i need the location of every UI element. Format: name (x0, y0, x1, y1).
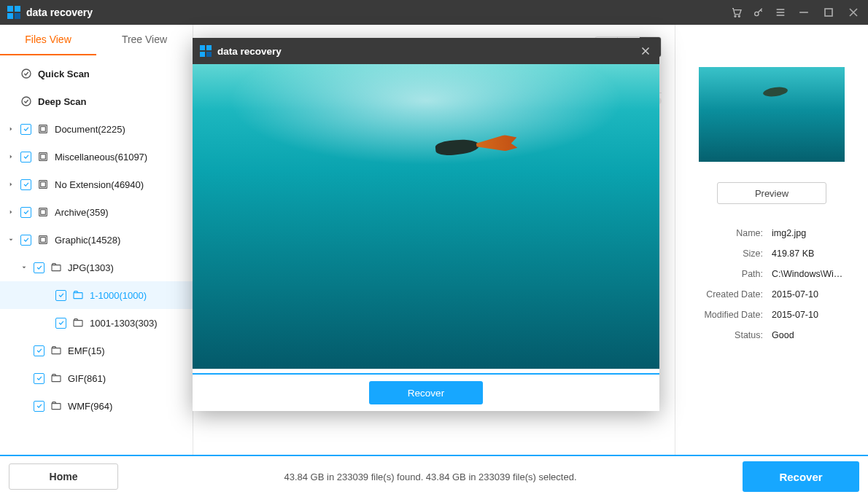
cart-icon[interactable] (731, 7, 743, 18)
home-button[interactable]: Home (9, 463, 118, 490)
sidebar-item-label: No Extension(46940) (55, 179, 144, 190)
checkbox[interactable] (20, 207, 31, 218)
svg-point-1 (738, 15, 740, 17)
svg-rect-15 (41, 238, 46, 243)
checkbox[interactable] (20, 152, 31, 163)
sidebar-item-quick-scan[interactable]: Quick Scan (0, 60, 193, 87)
chevron-right-icon[interactable] (7, 181, 15, 188)
sidebar-item[interactable]: Miscellaneous(61097) (0, 143, 193, 171)
dialog-title: data recovery (217, 46, 639, 57)
sidebar-item-label: Miscellaneous(61097) (55, 152, 147, 163)
check-circle-icon (20, 95, 32, 107)
status-text: 43.84 GB in 233039 file(s) found. 43.84 … (118, 471, 743, 482)
meta-label-created: Created Date: (696, 289, 763, 300)
sidebar-tree: Quick Scan Deep Scan Document(2225)Misce… (0, 55, 193, 455)
preview-dialog: data recovery Recover (193, 38, 659, 411)
app-logo (200, 45, 212, 57)
checkbox[interactable] (55, 318, 66, 329)
svg-rect-18 (74, 321, 82, 326)
sidebar-item[interactable]: Document(2225) (0, 115, 193, 143)
meta-label-modified: Modified Date: (696, 310, 763, 320)
sidebar-item-label: WMF(964) (68, 401, 112, 412)
close-button[interactable] (846, 5, 861, 20)
svg-rect-3 (825, 9, 832, 16)
sidebar-item-label: Graphic(14528) (55, 235, 120, 246)
key-icon[interactable] (753, 7, 764, 18)
folder-icon (72, 289, 84, 301)
sidebar: Files View Tree View Quick Scan Deep Sca… (0, 25, 193, 455)
svg-rect-11 (41, 182, 46, 187)
dialog-recover-button[interactable]: Recover (369, 381, 483, 404)
chevron-right-icon[interactable] (7, 208, 15, 216)
category-icon (37, 206, 49, 218)
checkbox[interactable] (20, 124, 31, 135)
maximize-button[interactable] (821, 5, 836, 20)
svg-point-0 (735, 15, 736, 17)
checkbox[interactable] (55, 290, 66, 301)
sidebar-item-deep-scan[interactable]: Deep Scan (0, 87, 193, 115)
sidebar-item-label: Deep Scan (38, 96, 86, 107)
meta-value-path: C:\Windows\Wi… (772, 269, 848, 279)
sidebar-item-label: EMF(15) (68, 345, 105, 356)
sidebar-item-label: 1001-1303(303) (90, 318, 158, 329)
app-title: data recovery (26, 7, 93, 18)
window-titlebar: data recovery (0, 0, 868, 25)
sidebar-item-label: JPG(1303) (68, 262, 114, 273)
dialog-close-button[interactable] (639, 44, 652, 58)
sidebar-item-label: Document(2225) (55, 124, 125, 135)
svg-rect-20 (52, 376, 61, 382)
svg-point-5 (22, 97, 31, 106)
chevron-down-icon[interactable] (7, 236, 15, 243)
sidebar-item[interactable]: GIF(861) (0, 364, 193, 392)
meta-label-size: Size: (696, 248, 763, 259)
app-logo (7, 6, 20, 19)
chevron-right-icon[interactable] (7, 153, 15, 160)
sidebar-item[interactable]: 1-1000(1000) (0, 281, 193, 309)
sidebar-item[interactable]: JPG(1303) (0, 254, 193, 281)
category-icon (37, 179, 49, 190)
svg-rect-7 (41, 127, 46, 132)
meta-value-modified: 2015-07-10 (772, 310, 848, 320)
file-metadata: Name:img2.jpg Size:419.87 KB Path:C:\Win… (696, 228, 848, 340)
sidebar-item-label: 1-1000(1000) (90, 290, 147, 301)
folder-icon (50, 262, 62, 273)
tab-files-view[interactable]: Files View (0, 25, 96, 55)
svg-rect-16 (52, 265, 61, 271)
meta-label-path: Path: (696, 269, 763, 279)
preview-button[interactable]: Preview (717, 182, 826, 204)
meta-label-status: Status: (696, 330, 763, 340)
preview-thumbnail (699, 67, 845, 162)
checkbox[interactable] (34, 262, 44, 273)
sidebar-item[interactable]: Archive(359) (0, 198, 193, 226)
menu-icon[interactable] (775, 7, 786, 18)
minimize-button[interactable] (797, 5, 811, 20)
sidebar-item[interactable]: EMF(15) (0, 337, 193, 364)
svg-rect-21 (52, 404, 61, 410)
chevron-right-icon[interactable] (7, 125, 15, 133)
sidebar-item[interactable]: Graphic(14528) (0, 226, 193, 254)
svg-rect-9 (41, 154, 46, 160)
checkbox[interactable] (34, 373, 44, 384)
category-icon (37, 123, 49, 135)
checkbox[interactable] (20, 179, 31, 190)
svg-point-2 (755, 12, 759, 15)
footer-bar: Home 43.84 GB in 233039 file(s) found. 4… (0, 455, 868, 497)
checkbox[interactable] (20, 235, 31, 246)
meta-value-name: img2.jpg (772, 228, 848, 238)
folder-icon (72, 317, 84, 329)
dialog-titlebar[interactable]: data recovery (193, 38, 659, 64)
category-icon (37, 151, 49, 163)
tab-tree-view[interactable]: Tree View (96, 25, 193, 55)
sidebar-item[interactable]: No Extension(46940) (0, 171, 193, 198)
sidebar-item-label: GIF(861) (68, 373, 106, 384)
recover-button[interactable]: Recover (743, 461, 859, 492)
sidebar-item[interactable]: 1001-1303(303) (0, 309, 193, 337)
sidebar-item-label: Archive(359) (55, 207, 109, 218)
checkbox[interactable] (34, 345, 44, 356)
svg-rect-13 (41, 210, 46, 215)
svg-point-4 (22, 69, 31, 78)
checkbox[interactable] (34, 401, 44, 412)
chevron-down-icon[interactable] (20, 264, 28, 271)
folder-icon (50, 400, 62, 412)
sidebar-item[interactable]: WMF(964) (0, 392, 193, 420)
